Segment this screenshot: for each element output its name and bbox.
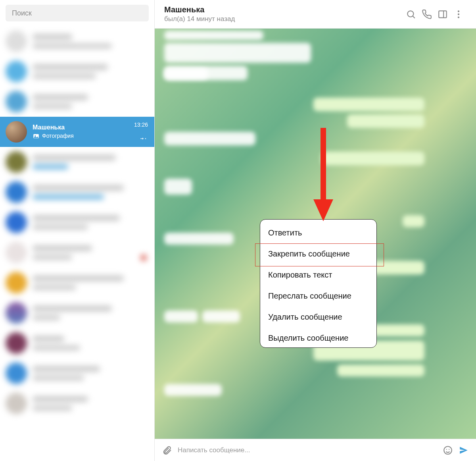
chat-list[interactable]: Машенька Фотография 13:26 — [0, 26, 154, 461]
search-input[interactable] — [6, 5, 149, 21]
attach-icon[interactable] — [162, 445, 172, 455]
chat-panel: Машенька был(а) 14 минут назад — [155, 0, 476, 461]
svg-point-12 — [446, 449, 447, 449]
chat-item-title: Машенька — [33, 124, 149, 131]
list-item[interactable] — [0, 358, 154, 388]
compose-bar — [155, 439, 476, 461]
svg-marker-10 — [313, 199, 333, 221]
list-item[interactable] — [0, 177, 154, 207]
emoji-icon[interactable] — [443, 445, 453, 455]
menu-item-delete[interactable]: Удалить сообщение — [260, 305, 376, 326]
svg-point-7 — [458, 13, 459, 15]
svg-rect-4 — [439, 11, 447, 17]
list-item-active[interactable]: Машенька Фотография 13:26 — [0, 117, 154, 147]
menu-item-copy[interactable]: Копировать текст — [260, 263, 376, 284]
list-item[interactable] — [0, 207, 154, 237]
list-item[interactable] — [0, 388, 154, 419]
menu-item-forward[interactable]: Переслать сообщение — [260, 284, 376, 305]
message-input[interactable] — [178, 439, 437, 461]
svg-point-13 — [449, 449, 449, 449]
chat-header: Машенька был(а) 14 минут назад — [155, 0, 476, 29]
svg-point-2 — [407, 11, 413, 17]
list-item[interactable] — [0, 237, 154, 268]
photo-icon — [33, 133, 40, 140]
chat-list-sidebar: Машенька Фотография 13:26 — [0, 0, 155, 461]
list-item[interactable] — [0, 328, 154, 358]
more-icon[interactable] — [451, 6, 466, 22]
list-item[interactable] — [0, 147, 154, 177]
list-item[interactable] — [0, 268, 154, 298]
chat-title[interactable]: Машенька — [164, 5, 403, 14]
svg-line-3 — [413, 16, 415, 18]
chat-item-preview: Фотография — [33, 133, 149, 140]
messages-area[interactable]: Ответить Закрепить сообщение Копировать … — [155, 29, 476, 439]
chat-status: был(а) 14 минут назад — [164, 15, 403, 23]
svg-point-11 — [444, 446, 452, 454]
message-context-menu: Ответить Закрепить сообщение Копировать … — [260, 219, 377, 348]
call-icon[interactable] — [419, 6, 435, 22]
sidepanel-icon[interactable] — [435, 6, 451, 22]
send-icon[interactable] — [459, 445, 469, 455]
pin-icon — [140, 134, 147, 141]
menu-item-reply[interactable]: Ответить — [260, 220, 376, 242]
svg-point-8 — [458, 16, 459, 18]
search-icon[interactable] — [403, 6, 419, 22]
svg-point-6 — [458, 10, 459, 12]
menu-item-select[interactable]: Выделить сообщение — [260, 326, 376, 347]
list-item[interactable] — [0, 87, 154, 117]
chat-item-time: 13:26 — [134, 122, 148, 128]
list-item[interactable] — [0, 56, 154, 87]
avatar — [6, 121, 27, 143]
menu-item-pin[interactable]: Закрепить сообщение — [260, 242, 376, 263]
annotation-arrow-icon — [311, 128, 335, 223]
list-item[interactable] — [0, 26, 154, 56]
list-item[interactable] — [0, 298, 154, 328]
